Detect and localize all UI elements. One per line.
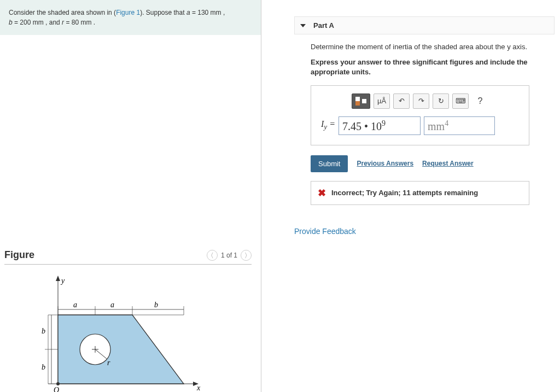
figure-section: Figure 〈 1 of 1 〉 xyxy=(0,246,256,392)
figure-nav: 〈 1 of 1 〉 xyxy=(207,250,252,261)
val-b: = 200 mm xyxy=(13,19,44,26)
val-r: = 80 mm xyxy=(64,19,91,26)
val-a: = 130 mm xyxy=(190,9,221,16)
dim-b-left1: b xyxy=(42,327,45,335)
caret-down-icon xyxy=(300,24,306,27)
templates-icon xyxy=(355,97,366,106)
dim-b-left2: b xyxy=(42,363,45,371)
dim-a1: a xyxy=(73,301,77,309)
figure-link[interactable]: Figure 1 xyxy=(116,9,140,16)
dim-a2: a xyxy=(110,301,114,309)
answer-toolbar: µÅ ↶ ↷ ↻ ⌨ ? xyxy=(321,93,519,109)
axis-x-label: x xyxy=(196,384,201,392)
figure-svg: y x O a a b b b r xyxy=(37,276,201,392)
figure-prev-button[interactable]: 〈 xyxy=(207,250,218,261)
problem-text: Consider the shaded area shown in ( xyxy=(9,9,116,16)
figure-next-button[interactable]: 〉 xyxy=(241,250,252,261)
tail: . xyxy=(91,19,95,26)
question-text: Determine the moment of inertia of the s… xyxy=(311,42,555,52)
feedback-text: Incorrect; Try Again; 11 attempts remain… xyxy=(331,189,478,197)
var-a: a xyxy=(186,9,190,16)
incorrect-icon: ✖ xyxy=(318,187,326,199)
var-b: b xyxy=(9,19,13,26)
part-header[interactable]: Part A xyxy=(294,16,555,34)
figure-title: Figure xyxy=(4,249,34,261)
figure-counter: 1 of 1 xyxy=(221,251,237,259)
templates-button[interactable] xyxy=(352,93,370,109)
sep: , and xyxy=(44,19,62,26)
problem-statement: Consider the shaded area shown in (Figur… xyxy=(0,0,261,35)
dim-r: r xyxy=(107,359,110,367)
provide-feedback-link[interactable]: Provide Feedback xyxy=(294,227,555,236)
value-input[interactable]: 7.45 • 109 xyxy=(339,116,421,135)
reset-button[interactable]: ↻ xyxy=(433,93,449,109)
origin-label: O xyxy=(54,386,59,392)
answer-symbol: Iy = xyxy=(321,119,335,131)
action-row: Submit Previous Answers Request Answer xyxy=(311,155,555,172)
axis-y-label: y xyxy=(60,277,65,285)
redo-button[interactable]: ↷ xyxy=(413,93,429,109)
right-column: Part A Determine the moment of inertia o… xyxy=(261,0,560,392)
instruction-text: Express your answer to three significant… xyxy=(311,57,555,77)
units-input[interactable]: mm4 xyxy=(424,116,495,135)
previous-answers-link[interactable]: Previous Answers xyxy=(357,160,413,167)
keyboard-button[interactable]: ⌨ xyxy=(452,93,469,109)
figure-canvas: y x O a a b b b r xyxy=(4,265,252,392)
dim-b-top: b xyxy=(154,301,158,309)
sep: , xyxy=(221,9,225,16)
answer-box: µÅ ↶ ↷ ↻ ⌨ ? Iy = 7.45 • 109 mm4 xyxy=(311,85,529,145)
problem-text: ). Suppose that xyxy=(140,9,186,16)
svg-marker-1 xyxy=(56,276,60,281)
request-answer-link[interactable]: Request Answer xyxy=(422,160,474,167)
help-button[interactable]: ? xyxy=(472,93,488,109)
units-button[interactable]: µÅ xyxy=(374,93,390,109)
undo-button[interactable]: ↶ xyxy=(393,93,410,109)
figure-header: Figure 〈 1 of 1 〉 xyxy=(4,246,252,265)
left-column: Consider the shaded area shown in (Figur… xyxy=(0,0,261,392)
feedback-box: ✖ Incorrect; Try Again; 11 attempts rema… xyxy=(311,181,529,205)
svg-point-20 xyxy=(56,382,60,385)
submit-button[interactable]: Submit xyxy=(311,155,348,172)
part-body: Determine the moment of inertia of the s… xyxy=(294,42,555,205)
answer-input-row: Iy = 7.45 • 109 mm4 xyxy=(321,116,519,135)
part-label: Part A xyxy=(313,21,334,30)
